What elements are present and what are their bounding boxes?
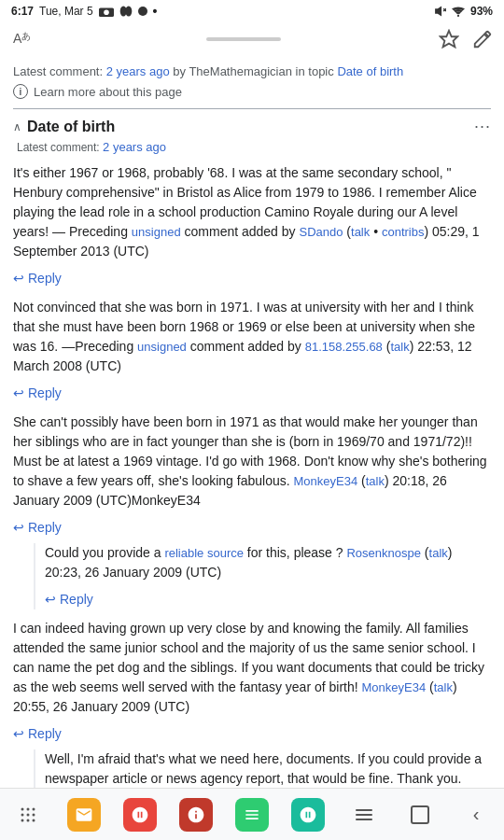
user-link-1[interactable]: SDando	[299, 225, 343, 239]
unsigned-link-1[interactable]: unsigned	[132, 225, 181, 239]
nav-back-icon[interactable]: ‹	[459, 798, 493, 832]
nav-icon-red[interactable]	[123, 798, 157, 832]
topic-title-row: ∧ Date of birth	[13, 119, 115, 135]
talk-link-1[interactable]: talk	[351, 225, 370, 239]
record-icon	[138, 7, 147, 16]
topic-meta: Latest comment: 2 years ago	[13, 140, 491, 154]
reply-label-3: Reply	[28, 518, 62, 538]
battery-text: 93%	[470, 5, 493, 18]
status-date: Tue, Mar 5	[39, 5, 93, 18]
reply-btn-3[interactable]: ↩ Reply	[13, 518, 62, 538]
star-icon[interactable]	[439, 29, 459, 49]
sound-icon	[119, 5, 133, 18]
svg-point-20	[33, 819, 35, 821]
contribs-link-1[interactable]: contribs	[382, 225, 425, 239]
unsigned-link-2[interactable]: unsigned	[137, 340, 187, 354]
svg-point-18	[21, 819, 24, 821]
reply-btn-1[interactable]: ↩ Reply	[13, 269, 62, 288]
svg-point-13	[27, 807, 30, 810]
reply-icon-2: ↩	[13, 384, 24, 403]
translate-icon[interactable]: A あ	[11, 26, 34, 49]
square-icon	[411, 805, 429, 824]
swipe-handle	[206, 37, 281, 41]
reply-icon-1: ↩	[13, 269, 24, 288]
svg-point-4	[138, 7, 147, 16]
topic-dots-menu[interactable]: ···	[474, 117, 491, 136]
indented-comment-3: Could you provide a reliable source for …	[34, 543, 491, 609]
svg-marker-11	[441, 30, 457, 46]
svg-point-15	[21, 813, 24, 816]
edit-icon[interactable]	[472, 29, 493, 49]
svg-point-1	[104, 9, 109, 15]
user-link-2[interactable]: 81.158.255.68	[305, 340, 383, 354]
comment-2: Not convinced that she was born in 1971.…	[13, 298, 491, 403]
reply-icon-3: ↩	[13, 518, 24, 538]
reliable-source-link[interactable]: reliable source	[164, 546, 244, 560]
svg-marker-5	[435, 6, 441, 16]
reply-btn-3-indent[interactable]: ↩ Reply	[45, 590, 93, 609]
info-text: Learn more about this page	[34, 85, 182, 99]
latest-time-link[interactable]: 2 years ago	[103, 140, 166, 154]
meta-time-link[interactable]: 2 years ago	[106, 64, 170, 78]
reply-btn-2[interactable]: ↩ Reply	[13, 384, 62, 403]
svg-point-14	[33, 807, 35, 810]
reply-icon-3-indent: ↩	[45, 590, 56, 609]
svg-point-3	[125, 6, 132, 16]
reply-label-3-indent: Reply	[60, 590, 93, 609]
reply-btn-4[interactable]: ↩ Reply	[13, 724, 62, 744]
wifi-icon	[452, 5, 465, 18]
comment-3: She can't possibly have been born in 197…	[13, 413, 491, 609]
svg-point-12	[21, 807, 24, 810]
meta-topic-link[interactable]: Date of birth	[337, 64, 403, 78]
main-content: Latest comment: 2 years ago by TheMathem…	[0, 57, 504, 840]
talk-link-3-reply[interactable]: talk	[429, 546, 448, 560]
svg-point-16	[27, 813, 30, 816]
nav-icon-yellow[interactable]	[67, 798, 101, 832]
status-time: 6:17	[11, 5, 34, 18]
user-link-3-reply[interactable]: Rosenknospe	[346, 546, 421, 560]
comment-4-text: I can indeed having grown up very close …	[13, 619, 491, 717]
talk-link-3[interactable]: talk	[366, 474, 385, 488]
mute-icon	[433, 5, 446, 18]
comment-2-text: Not convinced that she was born in 1971.…	[13, 298, 491, 376]
reply-label-2: Reply	[28, 384, 62, 403]
topic-title: Date of birth	[27, 119, 115, 135]
topic-section: ∧ Date of birth ··· Latest comment: 2 ye…	[13, 108, 491, 835]
dot-indicator: •	[153, 4, 158, 19]
collapse-icon[interactable]: ∧	[13, 120, 21, 133]
info-icon: i	[13, 84, 28, 99]
camera-icon	[99, 6, 114, 17]
lines-icon	[356, 809, 372, 820]
reply-label-1: Reply	[28, 269, 62, 288]
nav-square-icon[interactable]	[403, 798, 437, 832]
bottom-nav: ‹	[0, 788, 504, 840]
svg-point-17	[33, 813, 35, 816]
translate-icon-area[interactable]: A あ	[11, 26, 49, 51]
meta-by: by TheMathemagician in topic	[173, 64, 337, 78]
user-link-4[interactable]: MonkeyE34	[362, 680, 427, 694]
nav-icon-darkred[interactable]	[179, 798, 213, 832]
talk-link-4[interactable]: talk	[434, 680, 453, 694]
back-chevron: ‹	[473, 804, 480, 825]
info-line: i Learn more about this page	[13, 84, 491, 99]
meta-header: Latest comment: 2 years ago by TheMathem…	[13, 64, 491, 78]
latest-prefix: Latest comment:	[17, 141, 100, 154]
nav-icon-teal[interactable]	[291, 798, 325, 832]
top-right-icons	[439, 29, 493, 49]
talk-link-2[interactable]: talk	[390, 340, 409, 354]
nav-icon-green[interactable]	[235, 798, 269, 832]
nav-grid-icon[interactable]	[11, 798, 45, 832]
status-left: 6:17 Tue, Mar 5 •	[11, 4, 158, 19]
comment-1: It's either 1967 or 1968, probably '68. …	[13, 163, 491, 288]
svg-point-8	[457, 15, 459, 17]
reply-icon-4: ↩	[13, 724, 24, 744]
nav-lines-icon[interactable]	[347, 798, 381, 832]
top-bar: A あ	[0, 22, 504, 57]
svg-point-19	[27, 819, 30, 821]
reply-label-4: Reply	[28, 724, 62, 744]
svg-text:あ: あ	[21, 31, 31, 41]
topic-header: ∧ Date of birth ···	[13, 117, 491, 136]
comment-1-text: It's either 1967 or 1968, probably '68. …	[13, 163, 491, 261]
user-link-3[interactable]: MonkeyE34	[293, 474, 357, 488]
status-right: 93%	[433, 5, 493, 18]
